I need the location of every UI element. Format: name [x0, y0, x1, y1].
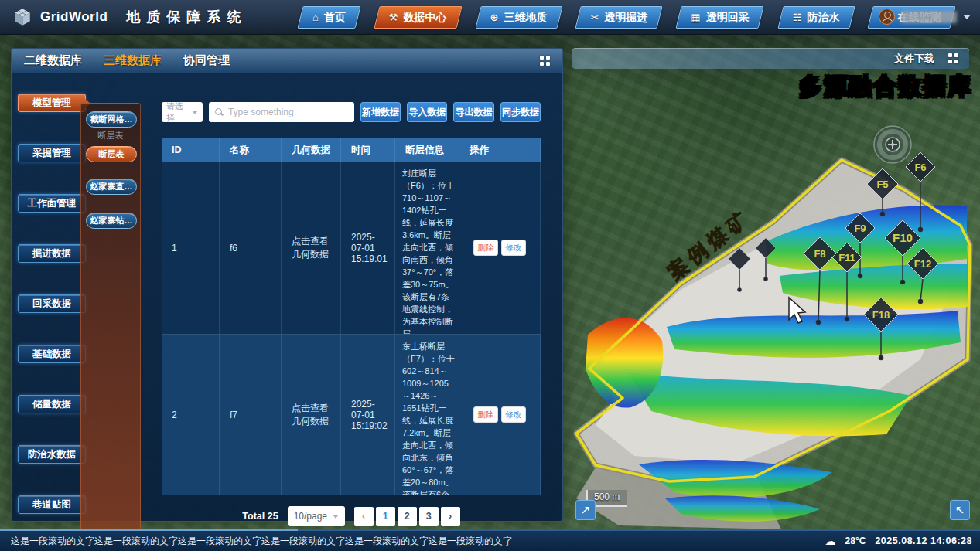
import-data-button[interactable]: 导入数据 — [407, 102, 447, 122]
system-title: 地质保障系统 — [126, 8, 247, 26]
panel-tab-bar: 二维数据库 三维数据库 协同管理 — [12, 49, 562, 73]
table-body: 1 f6 点击查看几何数据 2025-07-01 15:19:01 刘庄断层（F… — [162, 162, 541, 495]
table-toolbar: 请选择 新增数据 导入数据 导出数据 同步数据 — [162, 102, 541, 122]
column-header-fault-info: 断层信息 — [395, 138, 459, 162]
page-button-3[interactable]: 3 — [419, 507, 439, 526]
cell-geometry-link[interactable]: 点击查看几何数据 — [282, 162, 341, 334]
expand-left-button[interactable]: ↗ — [575, 500, 596, 520]
cell-name: f7 — [220, 335, 282, 495]
svg-text:F18: F18 — [872, 309, 890, 321]
table-row: 2 f7 点击查看几何数据 2025-07-01 15:19:02 东土桥断层（… — [162, 335, 541, 495]
dataset-item-zhaojiazhai-drill[interactable]: 赵家寨钻… — [86, 213, 137, 229]
sidebar-item-tunnel-texture[interactable]: 巷道贴图 — [18, 495, 86, 514]
brand: GridWorld 地质保障系统 — [0, 7, 247, 27]
add-data-button[interactable]: 新增数据 — [360, 102, 401, 122]
main-nav: ⌂ 首页 ⚒ 数据中心 ⊕ 三维地质 ✂ 透明掘进 ▦ 透明回采 ☵ 防治水 — [300, 6, 954, 29]
cell-geometry-link[interactable]: 点击查看几何数据 — [282, 335, 341, 495]
edit-button[interactable]: 修改 — [501, 240, 526, 256]
nav-label: 三维地质 — [504, 11, 547, 25]
search-input[interactable] — [228, 107, 348, 117]
delete-button[interactable]: 删除 — [473, 406, 498, 423]
map-header-band: 文件下载 — [572, 48, 969, 69]
user-avatar-icon[interactable] — [879, 9, 895, 25]
gridworld-logo-icon — [12, 7, 32, 27]
file-download-button[interactable]: 文件下载 — [894, 52, 934, 66]
compass-widget[interactable] — [874, 126, 911, 163]
cell-fault-info: 东土桥断层（F7）：位于602～814～1009～1205～1426～1651钻… — [395, 335, 459, 495]
prev-page-button[interactable]: ‹ — [354, 507, 374, 526]
sidebar-item-workface-management[interactable]: 工作面管理 — [18, 194, 86, 213]
search-box[interactable] — [209, 102, 354, 122]
cell-name: f6 — [220, 162, 282, 334]
nav-item-transparent-excavation[interactable]: ✂ 透明掘进 — [578, 6, 660, 29]
sidebar-item-basic-data[interactable]: 基础数据 — [18, 345, 86, 363]
page-size-value: 10/page — [294, 511, 327, 522]
cell-fault-info: 刘庄断层（F6）：位于710～1107～1402钻孔一线，延展长度3.6km。断… — [395, 162, 459, 334]
nav-item-transparent-mining[interactable]: ▦ 透明回采 — [678, 6, 761, 29]
sidebar-item-reserve-data[interactable]: 储量数据 — [18, 395, 86, 413]
temperature: 28°C — [845, 536, 866, 546]
nav-label: 数据中心 — [404, 11, 447, 25]
sidebar-item-mining-management[interactable]: 采掘管理 — [18, 144, 86, 162]
tab-2d-database[interactable]: 二维数据库 — [24, 53, 82, 68]
sidebar-item-model-management[interactable]: 模型管理 — [18, 94, 86, 112]
map-title-overlay: 多源融合数据库 — [799, 71, 972, 103]
top-navigation-bar: GridWorld 地质保障系统 ⌂ 首页 ⚒ 数据中心 ⊕ 三维地质 ✂ 透明… — [0, 0, 980, 35]
nav-item-home[interactable]: ⌂ 首页 — [300, 6, 358, 29]
user-box[interactable] — [879, 9, 971, 25]
page-button-2[interactable]: 2 — [398, 507, 417, 526]
filter-select-value: 请选择 — [166, 100, 192, 124]
nav-item-data-center[interactable]: ⚒ 数据中心 — [377, 6, 459, 29]
sidebar-item-water-control-data[interactable]: 防治水数据 — [18, 445, 86, 464]
cell-id: 1 — [162, 162, 220, 334]
svg-text:F6: F6 — [914, 162, 926, 173]
nav-item-3d-geology[interactable]: ⊕ 三维地质 — [478, 6, 560, 29]
page-buttons: ‹ 1 2 3 › — [354, 507, 460, 526]
status-bar: 这是一段滚动的文字这是一段滚动的文字这是一段滚动的文字这是一段滚动的文字这是一段… — [0, 529, 980, 551]
svg-text:F12: F12 — [914, 258, 931, 270]
nav-label: 透明回采 — [706, 11, 750, 25]
home-icon: ⌂ — [312, 12, 319, 22]
app-root: 案例煤矿 F5 — [0, 0, 980, 551]
next-page-button[interactable]: › — [441, 507, 460, 526]
tab-3d-database[interactable]: 三维数据库 — [104, 53, 162, 68]
username-redacted — [901, 11, 957, 23]
nav-label: 透明掘进 — [604, 11, 647, 25]
fault-marker-f6[interactable]: F6 — [906, 152, 935, 182]
export-data-button[interactable]: 导出数据 — [453, 102, 493, 122]
page-button-1[interactable]: 1 — [376, 507, 395, 526]
filter-select[interactable]: 请选择 — [162, 102, 203, 122]
panel-body: 模型管理 采掘管理 工作面管理 掘进数据 回采数据 基础数据 储量数据 防治水数… — [12, 73, 562, 522]
chevron-down-icon[interactable] — [963, 15, 971, 19]
page-size-select[interactable]: 10/page — [288, 506, 345, 526]
tab-collaboration[interactable]: 协同管理 — [183, 53, 230, 68]
fault-data-table: ID 名称 几何数据 时间 断层信息 操作 1 f6 点击查看几何数据 2025… — [162, 138, 541, 495]
dataset-item-grid[interactable]: 截断网格… — [86, 111, 137, 128]
table-header: ID 名称 几何数据 时间 断层信息 操作 — [162, 138, 541, 162]
svg-text:F9: F9 — [854, 223, 866, 234]
chevron-down-icon — [333, 515, 339, 519]
sync-data-button[interactable]: 同步数据 — [500, 102, 541, 122]
nav-label: 防治水 — [807, 11, 839, 25]
edit-button[interactable]: 修改 — [501, 406, 526, 423]
chevron-down-icon — [192, 111, 198, 114]
table-row: 1 f6 点击查看几何数据 2025-07-01 15:19:01 刘庄断层（F… — [162, 162, 541, 335]
column-header-id: ID — [162, 138, 220, 162]
dataset-item-fault-table[interactable]: 断层表 — [86, 146, 137, 162]
panel-expand-icon[interactable] — [540, 56, 550, 66]
expand-right-button[interactable]: ↖ — [950, 500, 970, 520]
dataset-ghost-label: 断层表 — [81, 130, 140, 141]
svg-text:F10: F10 — [893, 231, 913, 244]
category-sidebar: 模型管理 采掘管理 工作面管理 掘进数据 回采数据 基础数据 储量数据 防治水数… — [18, 94, 86, 514]
column-header-geometry: 几何数据 — [282, 138, 341, 162]
sidebar-item-extraction-data[interactable]: 回采数据 — [18, 294, 86, 313]
sidebar-item-excavation-data[interactable]: 掘进数据 — [18, 244, 86, 263]
status-right: ☁ 28°C 2025.08.12 14:06:28 — [825, 531, 972, 551]
dataset-item-zhaojiazhai-vertical[interactable]: 赵家寨直… — [86, 179, 137, 195]
table-content-area: 请选择 新增数据 导入数据 导出数据 同步数据 ID 名称 — [162, 73, 541, 522]
nav-item-water-control[interactable]: ☵ 防治水 — [780, 6, 852, 29]
geological-model — [576, 160, 970, 529]
delete-button[interactable]: 删除 — [473, 240, 498, 256]
nav-label: 首页 — [324, 11, 346, 25]
map-expand-icon[interactable] — [948, 53, 958, 63]
